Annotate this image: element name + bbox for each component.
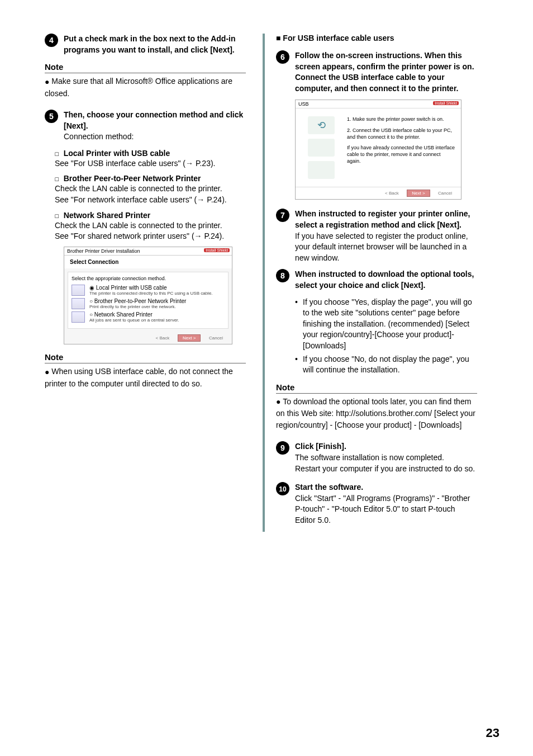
step-8: 8 When instructed to download the option… [276,269,477,291]
note3-header: Note [276,382,477,394]
step-num-8-icon: 8 [276,269,289,282]
cm3-text1: Check the LAN cable is connected to the … [55,220,246,231]
step5-bold: Then, choose your connection method and … [64,110,246,131]
select-connection-dialog: Brother Printer Driver Installation Inst… [64,247,232,344]
step5-text: Connection method: [64,131,246,143]
step8-bold: When instructed to download the optional… [295,269,477,291]
note2-header: Note [45,352,246,363]
step-num-10-icon: 10 [276,482,289,495]
svg-text:8: 8 [280,271,285,280]
dialog-option-2[interactable]: ○ Brother Peer-to-Peer Network Printer P… [72,298,225,309]
usb-t3: If you have already connected the USB in… [347,145,455,164]
svg-text:4: 4 [49,36,54,45]
usb-dialog-title: USB [298,101,309,107]
p2p-option-icon [72,298,85,309]
note2-text: When using USB interface cable, do not c… [45,367,233,388]
step-6: 6 Follow the on-screen instructions. Whe… [276,50,477,94]
svg-text:5: 5 [49,112,54,121]
dialog-back-button[interactable]: < Back [151,335,174,341]
usb-next-button[interactable]: Next > [407,190,430,197]
usb-dialog-cable-icon [308,139,335,157]
connection-method-3: ☐ Network Shared Printer Check the LAN c… [55,210,246,242]
svg-text:7: 7 [280,211,285,220]
dialog-tag: Install Shield [204,248,230,252]
dialog-option-3[interactable]: ○ Network Shared Printer All jobs are se… [72,311,225,323]
svg-text:10: 10 [279,485,287,493]
step7-text: If you have selected to register the pro… [295,231,477,264]
step9-text: The software installation is now complet… [295,452,477,474]
note2-body: ● When using USB interface cable, do not… [45,366,246,390]
step7-bold: When instructed to register your printer… [295,209,477,230]
usb-option-icon [72,285,85,296]
step6-text: Follow the on-screen instructions. When … [295,50,477,94]
step-10: 10 Start the software. Click "Start" - "… [276,482,477,526]
shared-option-icon [72,311,85,323]
dialog-option-1[interactable]: ◉ Local Printer with USB cable The print… [72,285,225,296]
usb-dialog-arrow-icon: ⟲ [308,116,335,134]
cm2-title: Brother Peer-to-Peer Network Printer [64,174,201,183]
step8-bullets: If you choose "Yes, display the page", y… [295,297,477,376]
connection-method-1: ☐ Local Printer with USB cable See "For … [55,148,246,169]
step4-text: Put a check mark in the box next to the … [64,34,246,55]
dialog-instruction: Select the appropriate connection method… [72,276,225,281]
step-4: 4 Put a check mark in the box next to th… [45,34,246,55]
page-number: 23 [486,726,499,740]
step8-bullet1: If you choose "Yes, display the page", y… [295,297,477,352]
usb-instruction-dialog: USB Install Shield ⟲ 1. Make sure the pr… [295,100,461,200]
cm1-text: See "For USB interface cable users" (→ P… [55,158,246,169]
step8-bullet2: If you choose "No, do not display the pa… [295,354,477,376]
step10-bold: Start the software. [295,482,477,493]
svg-text:6: 6 [280,53,285,62]
note3-body: ● To download the optional tools later, … [276,396,477,432]
step-num-4-icon: 4 [45,34,58,47]
note1-header: Note [45,62,246,73]
step10-text: Click "Start" - "All Programs (Programs)… [295,493,477,526]
note1-text: Make sure that all Microsoft® Office app… [45,77,232,98]
cm2-text2: See "For network interface cable users" … [55,195,246,206]
step-num-6-icon: 6 [276,50,289,64]
note1-body: ● Make sure that all Microsoft® Office a… [45,75,246,100]
step-num-7-icon: 7 [276,209,289,222]
usb-t1: 1. Make sure the printer power switch is… [347,116,455,123]
step-7: 7 When instructed to register your print… [276,209,477,263]
step9-bold: Click [Finish]. [295,441,477,452]
usb-cancel-button[interactable]: Cancel [434,190,456,196]
step-9: 9 Click [Finish]. The software installat… [276,441,477,474]
step-num-9-icon: 9 [276,441,289,455]
cm2-text1: Check the LAN cable is connected to the … [55,183,246,195]
svg-text:9: 9 [280,443,285,452]
cm3-title: Network Shared Printer [64,211,151,220]
right-heading: ■ For USB interface cable users [276,34,477,42]
dialog-cancel-button[interactable]: Cancel [204,335,227,341]
dialog-heading: Select Connection [64,256,232,268]
usb-back-button[interactable]: < Back [380,190,403,196]
usb-t2: 2. Connect the USB interface cable to yo… [347,127,455,140]
dialog-next-button[interactable]: Next > [178,334,201,342]
step-num-5-icon: 5 [45,110,58,123]
step-5: 5 Then, choose your connection method an… [45,110,246,143]
usb-dialog-printer-icon [308,161,335,179]
cm3-text2: See "For shared network printer users" (… [55,231,246,242]
note3-text: To download the optional tools later, yo… [276,397,475,430]
cm1-title: Local Printer with USB cable [64,149,170,158]
usb-dialog-tag: Install Shield [433,101,459,105]
connection-method-2: ☐ Brother Peer-to-Peer Network Printer C… [55,173,246,205]
